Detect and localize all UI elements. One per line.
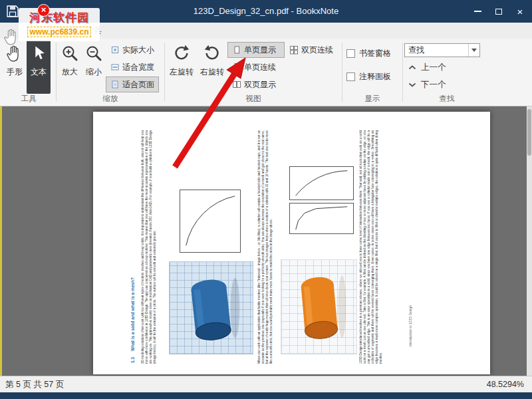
minimize-icon	[474, 11, 481, 12]
watermark-site-name: 河东软件园	[19, 10, 100, 25]
left-accent-line	[0, 106, 2, 376]
search-value: 查找	[405, 45, 468, 56]
bookmark-pane-label: 书签窗格	[359, 48, 391, 59]
page-indicator: 第 5 页 共 57 页	[5, 379, 64, 390]
group-separator	[56, 43, 57, 102]
chevron-down-icon	[471, 49, 477, 52]
group-separator	[342, 43, 342, 102]
search-input[interactable]: 查找	[404, 43, 480, 57]
single-continuous-icon	[232, 63, 241, 72]
find-next-label: 下一个	[421, 79, 446, 90]
fit-width-icon	[110, 63, 120, 72]
rotate-left-button[interactable]: 左旋转	[166, 40, 197, 94]
watermark-close-icon[interactable]: ×	[37, 4, 50, 17]
fit-width-label: 适合宽度	[122, 62, 154, 73]
fit-page-icon	[110, 80, 120, 89]
zoom-level: 48.5294%	[487, 380, 524, 389]
figure-cylinder-mesh	[281, 259, 357, 354]
actual-size-label: 实际大小	[122, 45, 154, 56]
vertical-scrollbar[interactable]	[527, 106, 532, 376]
orange-cylinder-3d	[281, 260, 356, 354]
zoom-in-button[interactable]: 放大	[58, 40, 82, 94]
document-canvas[interactable]: 1.3What is a solid and what is a mesh? 3…	[0, 106, 532, 376]
figure-curve-facets-16	[289, 203, 354, 234]
two-page-view-label: 双页显示	[244, 79, 276, 90]
group-separator	[164, 43, 165, 102]
ribbon-group-tools: 手形 文本 工具	[3, 40, 55, 106]
watermark-hand-icon	[3, 27, 21, 48]
ribbon-group-view: 左旋转 右旋转 单页显示 单页连续	[166, 40, 340, 106]
group-label-zoom: 缩放	[58, 94, 163, 106]
text-tool-button[interactable]: 文本	[27, 40, 51, 94]
ribbon-group-zoom: 放大 缩小 实际大小 适合宽度	[58, 40, 163, 106]
zoom-out-icon	[84, 43, 103, 63]
zoom-out-button[interactable]: 缩小	[82, 40, 106, 94]
two-page-continuous-button[interactable]: 双页连续	[285, 42, 336, 58]
ribbon-group-find: 查找 上一个 下一个 查找	[404, 40, 489, 106]
zoom-out-label: 缩小	[86, 66, 102, 78]
fit-width-button[interactable]: 适合宽度	[106, 59, 159, 75]
text-tool-label: 文本	[31, 66, 47, 78]
bookmark-pane-toggle[interactable]: 书签窗格	[346, 48, 401, 59]
single-page-icon	[232, 45, 241, 55]
scrollbar-thumb[interactable]	[527, 109, 531, 156]
figure-cylinder-solid	[169, 261, 253, 354]
rotate-right-icon	[203, 43, 221, 63]
zoom-in-icon	[61, 43, 79, 63]
window-controls: ×	[467, 0, 531, 23]
zoom-in-label: 放大	[62, 66, 78, 78]
ribbon-group-display: 书签窗格 注释面板 显示	[344, 40, 401, 106]
search-dropdown-button[interactable]	[468, 44, 479, 57]
group-label-tools: 工具	[3, 94, 55, 106]
two-page-icon	[232, 80, 241, 89]
ribbon: 手形 文本 工具 放大	[0, 39, 532, 106]
single-page-continuous-label: 单页连续	[244, 62, 276, 73]
annotation-panel-checkbox[interactable]	[346, 72, 355, 81]
section-heading: 1.3What is a solid and what is a mesh?	[130, 203, 135, 363]
pdf-page-rotated-content: 1.3What is a solid and what is a mesh? 3…	[93, 112, 490, 374]
watermark-site-url: www.pc6839.cn	[27, 27, 92, 37]
single-page-view-button[interactable]: 单页显示	[227, 42, 285, 58]
fit-page-label: 适合页面	[122, 79, 154, 90]
figure-curve-smooth	[180, 190, 241, 253]
two-page-continuous-label: 双页连续	[301, 45, 333, 56]
two-page-continuous-icon	[289, 45, 299, 55]
rotate-right-button[interactable]: 右旋转	[197, 40, 227, 94]
section-number: 1.3	[130, 357, 135, 363]
group-separator	[402, 43, 403, 102]
paragraph: 3D modeling solutions often work with tw…	[141, 130, 168, 364]
group-label-find: 查找	[404, 94, 489, 106]
rotate-left-label: 左旋转	[170, 66, 194, 78]
maximize-icon	[495, 9, 502, 15]
group-label-view: 视图	[166, 94, 340, 106]
two-page-view-button[interactable]: 双页显示	[227, 76, 285, 92]
pdf-page: 1.3What is a solid and what is a mesh? 3…	[93, 112, 490, 374]
paragraph: 123D Design introduced meshes in a previ…	[359, 130, 388, 364]
figure-curve-facets-32	[289, 166, 354, 200]
find-previous-label: 上一个	[421, 62, 446, 73]
minimize-button[interactable]	[467, 0, 488, 23]
taskbar-strip	[0, 392, 532, 399]
maximize-button[interactable]	[488, 0, 509, 23]
hand-tool-button[interactable]: 手形	[3, 40, 27, 94]
actual-size-button[interactable]: 实际大小	[106, 42, 159, 58]
close-button[interactable]: ×	[509, 0, 531, 23]
section-title: What is a solid and what is a mesh?	[130, 277, 135, 351]
single-page-continuous-button[interactable]: 单页连续	[227, 59, 285, 75]
actual-size-icon	[110, 45, 120, 55]
group-label-display: 显示	[344, 94, 401, 106]
hand-tool-label: 手形	[7, 66, 23, 78]
rotate-left-icon	[172, 43, 191, 63]
bookmark-pane-checkbox[interactable]	[346, 49, 355, 58]
find-previous-button[interactable]: 上一个	[404, 60, 489, 74]
status-bar: 第 5 页 共 57 页 48.5294%	[0, 376, 532, 392]
chevron-down-icon	[408, 80, 416, 89]
blue-cylinder-3d	[170, 262, 253, 354]
paragraph: When you work with an application that b…	[257, 130, 281, 364]
close-icon: ×	[517, 6, 523, 17]
fit-page-button[interactable]: 适合页面	[106, 76, 159, 92]
find-next-button[interactable]: 下一个	[404, 77, 489, 92]
watermark-box: 河东软件园 www.pc6839.cn	[19, 8, 100, 41]
arrow-cursor-icon	[29, 43, 48, 63]
annotation-panel-toggle[interactable]: 注释面板	[346, 71, 401, 82]
